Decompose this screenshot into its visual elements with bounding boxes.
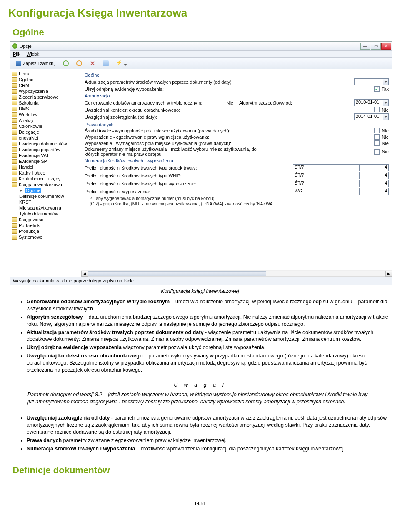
window-title: Opcje (20, 44, 32, 49)
toolbar-accept-button[interactable] (60, 59, 72, 67)
tree-item: Szkolenia (12, 100, 80, 106)
folder-icon (12, 229, 17, 234)
dropdown-icon[interactable] (383, 99, 389, 106)
checkbox-gen-yearly-label: Nie (226, 100, 233, 105)
notice-body: Parametr dostępny od wersji 8.2 – jeżeli… (28, 391, 372, 405)
expand-icon (19, 190, 22, 192)
prefix-n1-input[interactable]: ŚT/? (293, 164, 360, 171)
len-n2-input[interactable]: 4 (360, 172, 389, 179)
tree-item: CRM (12, 82, 80, 88)
close-button[interactable]: ✕ (381, 43, 391, 50)
date-update-input[interactable] (354, 78, 383, 85)
checkbox-hide-equip[interactable]: ✓ (374, 86, 380, 92)
label-p4: Dokumenty zmiany miejsca użytkowania - m… (85, 147, 260, 157)
nav-tree[interactable]: Firma Ogólne CRM Wypożyczenia Zlecenia s… (10, 69, 81, 277)
label-hide-equip: Ukryj odrębną ewidencję wyposażenia: (85, 87, 164, 92)
tree-item-miejsca[interactable]: Miejsca użytkowania (12, 205, 80, 211)
tree-item: DMS (12, 106, 80, 112)
prefix-n2-input[interactable]: ŚT/? (293, 172, 360, 179)
section-numer: Numeracja środków trwałych i wyposażenia (85, 158, 389, 163)
save-and-close-label: Zapisz i zamknij (23, 61, 55, 66)
prefix-n4-input[interactable]: W/? (293, 188, 360, 195)
folder-icon (12, 124, 17, 129)
dropdown-icon[interactable] (383, 78, 389, 85)
toolbar-wizard-button[interactable] (100, 59, 112, 67)
notice-title: U w a g a ! (28, 382, 372, 389)
tree-item-ogolne[interactable]: Ogólne (12, 187, 80, 193)
label-p1: Środki trwałe - wymagalność pola miejsce… (85, 128, 230, 133)
tree-item: Systemowe (12, 234, 80, 240)
scroll-thumb[interactable] (88, 271, 266, 276)
label-n3: Prefix i długość nr środków trwałych typ… (85, 181, 196, 186)
menu-plik[interactable]: Plik (13, 52, 20, 57)
page-number: 14/51 (8, 501, 392, 506)
bullet-term: Algorytm szczegółowy (27, 314, 83, 320)
len-n3-input[interactable]: 4 (360, 180, 389, 187)
date-round-input[interactable]: 2014-01-01 (354, 113, 383, 120)
folder-icon (12, 159, 17, 164)
tree-item: enovaNet (12, 135, 80, 141)
bullet-list-2: Uwzględniaj zaokrąglenia od daty - param… (27, 415, 392, 452)
tree-item: Zlecenia serwisowe (12, 94, 80, 100)
checkbox-hide-equip-label: Tak (382, 87, 389, 92)
label-n4: Prefix i długość nr wyposażenia: (85, 189, 150, 194)
dropdown-icon[interactable] (383, 113, 389, 120)
tree-item: Analizy (12, 117, 80, 123)
checkbox-p1[interactable] (374, 128, 380, 133)
maximize-button[interactable]: ▭ (371, 43, 381, 50)
tree-item-def-dok[interactable]: Definicje dokumentów (12, 193, 80, 199)
folder-icon (12, 217, 17, 222)
tree-item: Ewidencje ŚP (12, 158, 80, 164)
label-context: Uwzględniaj kontekst okresu obrachunkowe… (85, 107, 180, 112)
folder-icon (12, 147, 17, 152)
folder-icon (12, 118, 17, 123)
section-ogolne: Ogólne (85, 72, 389, 77)
checkbox-p2[interactable] (374, 134, 380, 140)
date-alg-input[interactable]: 2010-01-01 (354, 99, 383, 106)
label-n1: Prefix i długość nr środków trwałych typ… (85, 165, 197, 170)
bullet-term: Uwzględniaj zaokrąglenia od daty (27, 415, 110, 421)
hint-2: {GR} - grupa środka, {MU} - nazwa miejsc… (85, 201, 389, 207)
horizontal-scrollbar[interactable]: ◄ ► (81, 270, 392, 277)
app-window: Opcje — ▭ ✕ Plik Widok Zapisz i zamknij (10, 41, 392, 285)
tree-item: Ewidencja dokumentów (12, 141, 80, 147)
toolbar-action-button[interactable] (113, 59, 130, 67)
bullet-term: Uwzględniaj kontekst okresu obrachunkowe… (27, 353, 143, 359)
checkbox-p4[interactable] (374, 149, 380, 155)
folder-icon (12, 89, 17, 94)
checkbox-context[interactable] (374, 107, 380, 112)
scroll-track[interactable] (88, 271, 385, 277)
screenshot-caption: Konfiguracja księgi inwentarzowej (8, 288, 392, 294)
len-n1-input[interactable]: 4 (360, 164, 389, 171)
checkbox-p3[interactable] (374, 140, 380, 146)
folder-icon (12, 101, 17, 105)
folder-icon (12, 77, 17, 82)
folder-icon (12, 223, 17, 228)
green-circle-icon (63, 60, 69, 66)
toolbar-delete-button[interactable] (87, 59, 98, 67)
scroll-right-button[interactable]: ► (385, 271, 392, 277)
menu-widok[interactable]: Widok (27, 52, 40, 57)
toolbar-warn-button[interactable] (73, 59, 85, 67)
scroll-left-button[interactable]: ◄ (81, 271, 88, 277)
tree-item-ksiega[interactable]: Księga inwentarzowa (12, 182, 80, 187)
folder-icon (12, 182, 17, 187)
form-panel: Ogólne Aktualizacja parametrów środków t… (81, 69, 392, 277)
prefix-n3-input[interactable]: ŚT/? (293, 180, 360, 187)
bullet-term: Prawa danych (27, 437, 62, 443)
folder-icon (12, 72, 17, 76)
bullet-list-1: Generowanie odpisów amortyzacyjnych w tr… (27, 298, 392, 374)
hint-1: ? - aby wygenerować automatycznie numer … (85, 196, 389, 201)
notice-box: U w a g a ! Parametr dostępny od wersji … (25, 378, 375, 411)
tree-item: Kontrahenci i urzędy (12, 176, 80, 182)
section-ogolne-heading: Ogólne (12, 27, 392, 38)
tree-item-tytuly[interactable]: Tytuły dokumentów (12, 211, 80, 217)
minimize-button[interactable]: — (360, 43, 370, 50)
save-and-close-button[interactable]: Zapisz i zamknij (13, 60, 58, 67)
checkbox-gen-yearly[interactable] (219, 100, 224, 105)
folder-icon (12, 112, 17, 117)
tree-item: Ewidencja VAT (12, 152, 80, 158)
tree-item-krst[interactable]: KRŚT (12, 199, 80, 205)
len-n4-input[interactable]: 4 (360, 188, 389, 195)
label-n2: Prefix i długość nr środków trwałych typ… (85, 173, 182, 178)
